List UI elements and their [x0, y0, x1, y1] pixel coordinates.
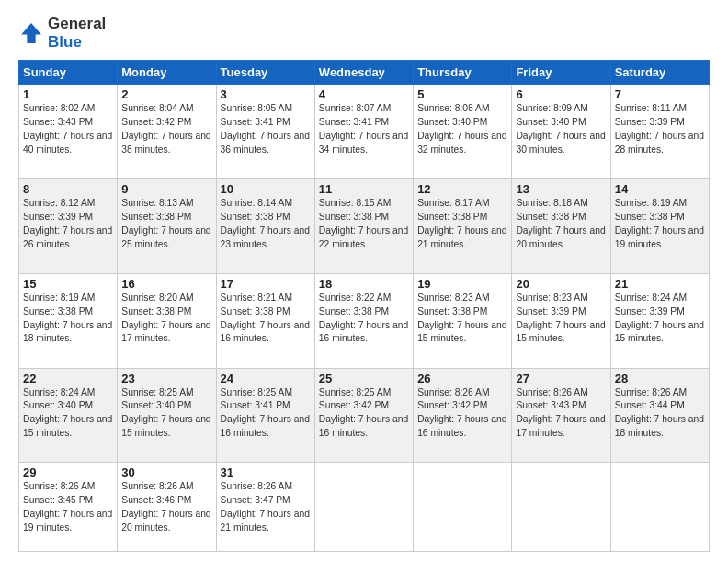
logo-blue: Blue	[48, 33, 82, 51]
svg-marker-0	[21, 23, 41, 43]
sunrise-text: Sunrise: 8:26 AM	[23, 481, 95, 491]
calendar-cell: 6 Sunrise: 8:09 AM Sunset: 3:40 PM Dayli…	[512, 85, 610, 179]
sunrise-text: Sunrise: 8:13 AM	[121, 198, 193, 208]
daylight-text: Daylight: 7 hours and 28 minutes.	[615, 131, 704, 155]
sunset-text: Sunset: 3:42 PM	[121, 117, 191, 127]
day-info: Sunrise: 8:22 AM Sunset: 3:38 PM Dayligh…	[319, 292, 409, 347]
sunrise-text: Sunrise: 8:18 AM	[516, 198, 587, 208]
sunset-text: Sunset: 3:38 PM	[319, 212, 389, 222]
sunset-text: Sunset: 3:45 PM	[23, 495, 93, 505]
weekday-header-monday: Monday	[118, 61, 216, 85]
sunrise-text: Sunrise: 8:19 AM	[23, 293, 95, 303]
calendar-cell: 30 Sunrise: 8:26 AM Sunset: 3:46 PM Dayl…	[118, 463, 216, 552]
weekday-header-friday: Friday	[512, 61, 610, 85]
day-info: Sunrise: 8:26 AM Sunset: 3:43 PM Dayligh…	[516, 386, 606, 442]
day-number: 5	[417, 87, 507, 101]
calendar-cell: 7 Sunrise: 8:11 AM Sunset: 3:39 PM Dayli…	[610, 85, 709, 179]
weekday-header-sunday: Sunday	[19, 61, 118, 85]
daylight-text: Daylight: 7 hours and 19 minutes.	[615, 225, 704, 249]
weekday-header-tuesday: Tuesday	[216, 61, 314, 85]
day-number: 2	[121, 87, 211, 101]
calendar-cell: 23 Sunrise: 8:25 AM Sunset: 3:40 PM Dayl…	[118, 368, 216, 463]
calendar-cell: 19 Sunrise: 8:23 AM Sunset: 3:38 PM Dayl…	[414, 273, 512, 368]
sunset-text: Sunset: 3:41 PM	[319, 117, 389, 127]
calendar-week-row: 22 Sunrise: 8:24 AM Sunset: 3:40 PM Dayl…	[19, 368, 710, 463]
day-number: 18	[319, 277, 409, 291]
sunset-text: Sunset: 3:38 PM	[417, 306, 487, 316]
sunset-text: Sunset: 3:38 PM	[516, 212, 586, 222]
calendar-cell: 18 Sunrise: 8:22 AM Sunset: 3:38 PM Dayl…	[314, 273, 413, 368]
sunset-text: Sunset: 3:40 PM	[516, 117, 586, 127]
sunrise-text: Sunrise: 8:24 AM	[23, 387, 95, 397]
logo-icon	[18, 20, 44, 46]
sunset-text: Sunset: 3:38 PM	[221, 212, 290, 222]
sunrise-text: Sunrise: 8:19 AM	[615, 198, 687, 208]
calendar-cell: 3 Sunrise: 8:05 AM Sunset: 3:41 PM Dayli…	[216, 85, 314, 179]
calendar-week-row: 8 Sunrise: 8:12 AM Sunset: 3:39 PM Dayli…	[19, 178, 710, 273]
sunrise-text: Sunrise: 8:17 AM	[417, 198, 489, 208]
calendar-cell: 16 Sunrise: 8:20 AM Sunset: 3:38 PM Dayl…	[118, 273, 216, 368]
day-info: Sunrise: 8:05 AM Sunset: 3:41 PM Dayligh…	[221, 102, 311, 157]
day-info: Sunrise: 8:25 AM Sunset: 3:42 PM Dayligh…	[319, 386, 409, 442]
calendar-cell: 24 Sunrise: 8:25 AM Sunset: 3:41 PM Dayl…	[216, 368, 314, 463]
daylight-text: Daylight: 7 hours and 32 minutes.	[417, 131, 506, 155]
daylight-text: Daylight: 7 hours and 17 minutes.	[516, 414, 605, 438]
daylight-text: Daylight: 7 hours and 16 minutes.	[221, 320, 310, 344]
calendar-cell: 13 Sunrise: 8:18 AM Sunset: 3:38 PM Dayl…	[512, 178, 610, 273]
sunrise-text: Sunrise: 8:24 AM	[615, 293, 687, 303]
daylight-text: Daylight: 7 hours and 25 minutes.	[121, 225, 210, 249]
sunset-text: Sunset: 3:47 PM	[221, 495, 290, 505]
sunset-text: Sunset: 3:39 PM	[615, 117, 685, 127]
day-number: 11	[319, 182, 409, 196]
sunset-text: Sunset: 3:43 PM	[516, 400, 586, 410]
sunrise-text: Sunrise: 8:22 AM	[319, 293, 391, 303]
weekday-header-row: SundayMondayTuesdayWednesdayThursdayFrid…	[19, 61, 710, 85]
sunset-text: Sunset: 3:38 PM	[121, 306, 191, 316]
daylight-text: Daylight: 7 hours and 17 minutes.	[121, 320, 210, 344]
day-info: Sunrise: 8:11 AM Sunset: 3:39 PM Dayligh…	[615, 102, 705, 157]
day-info: Sunrise: 8:26 AM Sunset: 3:47 PM Dayligh…	[221, 480, 311, 535]
day-info: Sunrise: 8:25 AM Sunset: 3:41 PM Dayligh…	[221, 386, 311, 442]
daylight-text: Daylight: 7 hours and 40 minutes.	[23, 131, 112, 155]
sunset-text: Sunset: 3:43 PM	[23, 117, 93, 127]
daylight-text: Daylight: 7 hours and 21 minutes.	[221, 509, 310, 533]
sunrise-text: Sunrise: 8:21 AM	[221, 293, 292, 303]
day-number: 6	[516, 87, 606, 101]
day-info: Sunrise: 8:09 AM Sunset: 3:40 PM Dayligh…	[516, 102, 606, 157]
page: General Blue SundayMondayTuesdayWednesda…	[0, 0, 728, 563]
day-number: 15	[23, 277, 113, 291]
day-info: Sunrise: 8:23 AM Sunset: 3:39 PM Dayligh…	[516, 292, 606, 347]
calendar-cell: 2 Sunrise: 8:04 AM Sunset: 3:42 PM Dayli…	[118, 85, 216, 179]
day-number: 31	[221, 465, 311, 479]
day-info: Sunrise: 8:08 AM Sunset: 3:40 PM Dayligh…	[417, 102, 507, 157]
daylight-text: Daylight: 7 hours and 15 minutes.	[23, 414, 112, 438]
sunrise-text: Sunrise: 8:11 AM	[615, 103, 687, 113]
day-info: Sunrise: 8:26 AM Sunset: 3:42 PM Dayligh…	[417, 386, 507, 442]
daylight-text: Daylight: 7 hours and 22 minutes.	[319, 225, 408, 249]
sunset-text: Sunset: 3:38 PM	[221, 306, 290, 316]
calendar-cell	[314, 463, 413, 552]
sunrise-text: Sunrise: 8:02 AM	[23, 103, 95, 113]
logo: General Blue	[18, 15, 106, 51]
daylight-text: Daylight: 7 hours and 18 minutes.	[23, 320, 112, 344]
day-info: Sunrise: 8:19 AM Sunset: 3:38 PM Dayligh…	[23, 292, 113, 347]
day-info: Sunrise: 8:21 AM Sunset: 3:38 PM Dayligh…	[221, 292, 311, 347]
weekday-header-wednesday: Wednesday	[314, 61, 413, 85]
calendar-cell: 5 Sunrise: 8:08 AM Sunset: 3:40 PM Dayli…	[414, 85, 512, 179]
sunrise-text: Sunrise: 8:08 AM	[417, 103, 489, 113]
day-info: Sunrise: 8:26 AM Sunset: 3:46 PM Dayligh…	[121, 480, 211, 535]
day-number: 23	[121, 372, 211, 385]
day-info: Sunrise: 8:14 AM Sunset: 3:38 PM Dayligh…	[221, 197, 311, 252]
calendar-cell: 14 Sunrise: 8:19 AM Sunset: 3:38 PM Dayl…	[610, 178, 709, 273]
sunrise-text: Sunrise: 8:26 AM	[516, 387, 587, 397]
sunrise-text: Sunrise: 8:25 AM	[319, 387, 391, 397]
day-number: 22	[23, 372, 113, 385]
sunrise-text: Sunrise: 8:04 AM	[121, 103, 193, 113]
daylight-text: Daylight: 7 hours and 30 minutes.	[516, 131, 605, 155]
calendar-cell	[512, 463, 610, 552]
day-info: Sunrise: 8:25 AM Sunset: 3:40 PM Dayligh…	[121, 386, 211, 442]
daylight-text: Daylight: 7 hours and 23 minutes.	[221, 225, 310, 249]
sunrise-text: Sunrise: 8:25 AM	[221, 387, 292, 397]
day-info: Sunrise: 8:19 AM Sunset: 3:38 PM Dayligh…	[615, 197, 705, 252]
day-info: Sunrise: 8:17 AM Sunset: 3:38 PM Dayligh…	[417, 197, 507, 252]
